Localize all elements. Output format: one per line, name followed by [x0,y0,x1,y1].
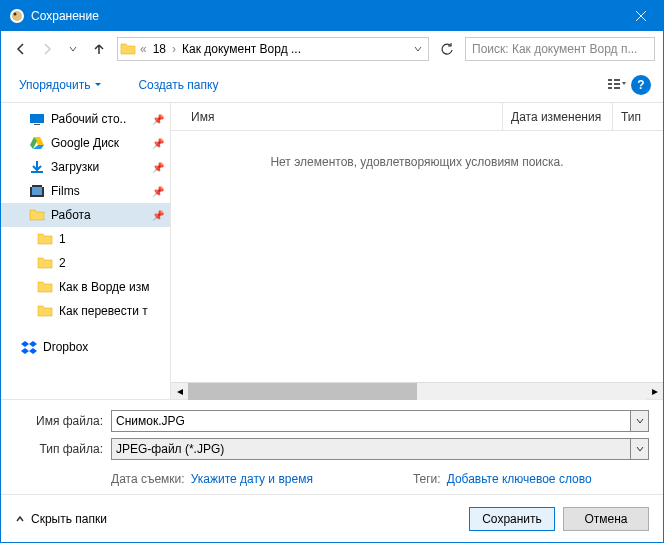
tags-label: Теги: [413,472,447,486]
recent-dropdown[interactable] [61,37,85,61]
horizontal-scrollbar[interactable]: ◂ ▸ [171,382,663,399]
search-input[interactable]: Поиск: Как документ Ворд п... [465,37,655,61]
date-taken-label: Дата съемки: [111,472,191,486]
main-area: Рабочий сто..📌 Google Диск📌 Загрузки📌 Fi… [1,103,663,399]
window-title: Сохранение [31,9,618,23]
sidebar-item-work[interactable]: Работа📌 [1,203,170,227]
svg-rect-6 [614,79,620,81]
cancel-button[interactable]: Отмена [563,507,649,531]
folder-icon [37,303,53,319]
app-icon [9,8,25,24]
pin-icon: 📌 [152,210,164,221]
svg-rect-8 [614,87,620,89]
svg-rect-4 [608,83,612,85]
column-name[interactable]: Имя [183,103,503,130]
folder-icon [29,207,45,223]
scroll-right-icon[interactable]: ▸ [646,383,663,400]
svg-rect-10 [34,124,40,125]
save-button[interactable]: Сохранить [469,507,555,531]
sidebar-item-gdrive[interactable]: Google Диск📌 [1,131,170,155]
sidebar[interactable]: Рабочий сто..📌 Google Диск📌 Загрузки📌 Fi… [1,103,171,399]
pin-icon: 📌 [152,162,164,173]
svg-point-2 [14,13,17,16]
downloads-icon [29,159,45,175]
sidebar-item-downloads[interactable]: Загрузки📌 [1,155,170,179]
filename-dropdown[interactable] [631,410,649,432]
forward-button[interactable] [35,37,59,61]
svg-rect-15 [42,185,44,187]
sidebar-item-3[interactable]: Как в Ворде изм [1,275,170,299]
file-pane: Имя Дата изменения Тип Нет элементов, уд… [171,103,663,399]
sidebar-item-2[interactable]: 2 [1,251,170,275]
tags-link[interactable]: Добавьте ключевое слово [447,472,592,486]
pin-icon: 📌 [152,114,164,125]
folder-icon [37,231,53,247]
new-folder-button[interactable]: Создать папку [132,74,224,96]
form-area: Имя файла: Тип файла: JPEG-файл (*.JPG) … [1,399,663,494]
breadcrumb-dropdown[interactable] [408,42,428,56]
dropbox-icon [21,339,37,355]
help-button[interactable]: ? [631,75,651,95]
refresh-button[interactable] [435,37,459,61]
svg-point-1 [12,11,22,21]
filetype-dropdown[interactable] [631,438,649,460]
folder-icon [37,279,53,295]
films-icon [29,183,45,199]
column-headers: Имя Дата изменения Тип [171,103,663,131]
breadcrumb-seg-1[interactable]: 18 [149,38,170,60]
breadcrumb[interactable]: « 18 › Как документ Ворд ... [117,37,429,61]
search-placeholder: Поиск: Как документ Ворд п... [472,42,637,56]
svg-rect-3 [608,79,612,81]
save-dialog: Сохранение « 18 › Как документ Ворд ... … [0,0,664,543]
chevron-right-icon: « [138,42,149,56]
pin-icon: 📌 [152,186,164,197]
filetype-select[interactable]: JPEG-файл (*.JPG) [111,438,631,460]
sidebar-item-films[interactable]: Films📌 [1,179,170,203]
view-button[interactable] [603,73,631,97]
organize-button[interactable]: Упорядочить [13,74,108,96]
titlebar: Сохранение [1,1,663,31]
empty-message: Нет элементов, удовлетворяющих условиям … [171,131,663,382]
folder-icon [37,255,53,271]
svg-rect-5 [608,87,612,89]
pin-icon: 📌 [152,138,164,149]
svg-rect-7 [614,83,620,85]
sidebar-item-desktop[interactable]: Рабочий сто..📌 [1,107,170,131]
gdrive-icon [29,135,45,151]
back-button[interactable] [9,37,33,61]
date-taken-link[interactable]: Укажите дату и время [191,472,313,486]
up-button[interactable] [87,37,111,61]
nav-bar: « 18 › Как документ Ворд ... Поиск: Как … [1,31,663,67]
svg-rect-9 [30,114,44,123]
svg-rect-11 [31,171,43,173]
close-button[interactable] [618,1,663,31]
breadcrumb-seg-2[interactable]: Как документ Ворд ... [178,38,305,60]
sidebar-item-dropbox[interactable]: Dropbox [1,335,170,359]
svg-rect-13 [32,187,42,195]
sidebar-item-1[interactable]: 1 [1,227,170,251]
svg-rect-14 [30,185,32,187]
hide-folders-button[interactable]: Скрыть папки [15,512,107,526]
chevron-up-icon [15,514,25,524]
column-date[interactable]: Дата изменения [503,103,613,130]
scroll-left-icon[interactable]: ◂ [171,383,188,400]
footer: Скрыть папки Сохранить Отмена [1,494,663,542]
filename-input[interactable] [111,410,631,432]
chevron-right-icon: › [170,42,178,56]
filename-label: Имя файла: [15,414,111,428]
scroll-thumb[interactable] [188,383,417,400]
folder-icon [118,41,138,57]
sidebar-item-4[interactable]: Как перевести т [1,299,170,323]
desktop-icon [29,111,45,127]
filetype-label: Тип файла: [15,442,111,456]
toolbar: Упорядочить Создать папку ? [1,67,663,103]
column-type[interactable]: Тип [613,103,663,130]
